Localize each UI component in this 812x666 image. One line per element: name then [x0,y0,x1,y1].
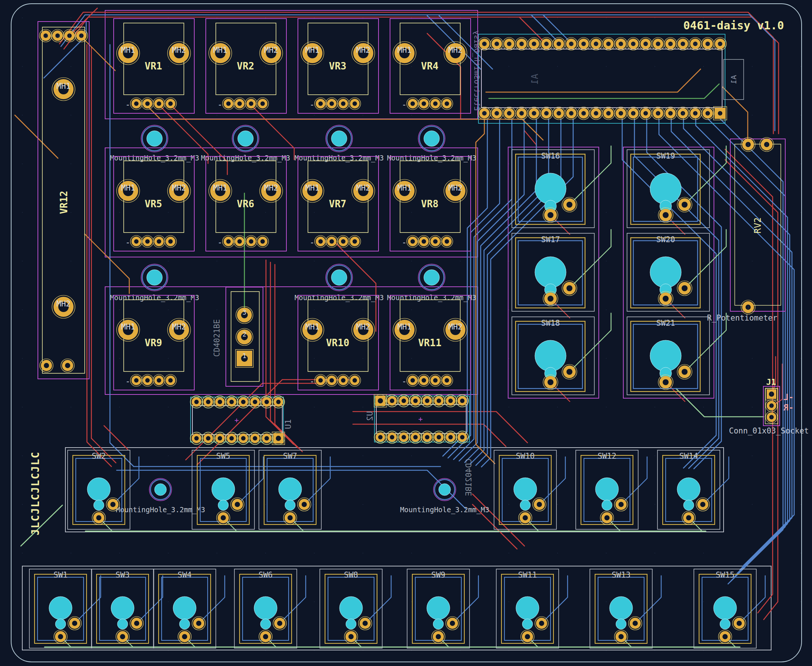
pad [418,236,430,247]
trace-blue[interactable] [635,576,661,623]
component-SW11[interactable]: SW11 [496,569,568,648]
pad-number: 4 [682,111,684,115]
trace-blue[interactable] [304,457,330,504]
component-SW18[interactable]: SW18 [512,313,611,402]
mounting-hole[interactable]: MountingHole_3.2mm_M3 [400,478,489,514]
pad [433,431,445,443]
component-SW5[interactable]: SW5 [192,450,264,531]
trace-blue[interactable] [481,119,573,467]
component-SW14[interactable]: SW14 [657,450,729,531]
component-SW1[interactable]: SW1 [30,569,100,648]
trace-blue[interactable] [634,119,719,468]
trace-blue[interactable] [365,576,391,623]
cd4021be-text: CD4021BE [212,319,221,356]
trace-blue[interactable] [113,457,139,504]
component-SW12[interactable]: SW12 [576,450,647,531]
component-A1[interactable]: 2120221923182417251626152714281329123011… [478,34,744,123]
component-SW16[interactable]: SW16 [512,146,611,234]
component-VR10[interactable]: MH1MH2VR10- [298,295,379,390]
component-VR11[interactable]: MH1MH2VR11- [390,295,471,390]
trace-green[interactable] [489,84,719,99]
trace-blue[interactable] [237,457,264,504]
component-U2[interactable]: +U2 [365,394,470,443]
component-VR8[interactable]: MH1MH2VR8- [390,157,471,251]
component-SW6[interactable]: SW6 [234,569,306,648]
mh2-label: MH2 [448,46,463,54]
component-VR2[interactable]: MH1MH2VR2- [206,18,287,113]
trace-blue[interactable] [199,576,225,623]
minus-mark: - [310,377,314,386]
component-SW21[interactable]: SW21 [627,313,726,402]
minus-mark: - [125,377,130,386]
component-SW4[interactable]: SW4 [153,569,225,648]
trace-red[interactable] [473,494,524,546]
mounting-hole[interactable]: MountingHole_3.2mm_M3 [387,264,476,302]
trace-blue[interactable] [459,119,524,461]
pad [273,396,285,408]
trace-blue[interactable] [739,576,765,623]
trace-lgreen[interactable] [570,313,611,372]
pad [142,236,153,247]
trace-blue[interactable] [280,576,306,623]
trace-red[interactable] [252,106,294,160]
component-SW15[interactable]: SW15 [694,569,765,648]
trace-lgreen[interactable] [570,146,611,204]
mounting-hole[interactable]: MountingHole_3.2mm_M3 [116,478,205,514]
trace-blue[interactable] [708,119,785,581]
trace-lgreen[interactable] [21,505,63,546]
mounting-hole[interactable]: MountingHole_3.2mm_M3 [110,264,199,302]
component-VR4[interactable]: MH1MH2VR4- [390,18,471,113]
trace-blue[interactable] [720,119,783,584]
component-VR1[interactable]: MH1MH2VR1- [114,18,194,113]
trace-red[interactable] [104,426,128,450]
mh2-label: MH2 [56,299,71,308]
trace-orange[interactable] [15,115,58,158]
trace-blue[interactable] [539,457,565,504]
trace-lgreen[interactable] [676,389,764,417]
trace-blue[interactable] [44,22,86,78]
pad-number: 8 [632,111,634,115]
trace-red[interactable] [87,45,112,467]
pad [192,617,206,630]
pad [418,98,430,110]
trace-orange[interactable] [723,87,748,143]
component-J1[interactable]: J1123-L-RConn_01x03_Socket [729,378,809,436]
component-SW3[interactable]: SW3 [91,569,163,648]
trace-blue[interactable] [470,119,548,464]
component-SW19[interactable]: SW19 [627,146,726,234]
trace-blue[interactable] [453,576,478,623]
component-VR6[interactable]: MH1MH2VR6- [206,157,287,251]
pad [614,630,628,643]
pad-square [374,394,387,407]
component-VR12[interactable]: L1L212MH1MH2VR12 [38,21,89,379]
trace-blue[interactable] [453,119,512,460]
component-SW20[interactable]: SW20 [627,229,726,318]
component-VR5[interactable]: MH1MH2VR5- [114,157,194,251]
trace-blue[interactable] [703,457,729,504]
component-VR3[interactable]: MH1MH2VR3- [298,18,379,113]
trace-lgreen[interactable] [570,229,611,288]
trace-red[interactable] [91,48,116,463]
component-SW7[interactable]: SW7 [259,450,330,531]
component-SW13[interactable]: SW13 [590,569,661,648]
component-VR7[interactable]: MH1MH2VR7- [298,157,379,251]
trace-blue[interactable] [621,457,647,504]
component-SW8[interactable]: SW8 [320,569,391,648]
pad [398,431,410,443]
component-SW9[interactable]: SW9 [407,569,478,648]
trace-orange[interactable] [486,69,700,92]
mh2-label: MH2 [356,46,371,54]
trace-blue[interactable] [542,576,568,623]
minus-mark: - [217,238,222,247]
mounting-hole[interactable]: MountingHole_3.2mm_M3 [295,264,384,302]
trace-red[interactable] [524,131,536,158]
trace-lgreen[interactable] [685,229,726,288]
component-SW2[interactable]: SW2 [68,450,139,531]
pad [337,98,349,110]
component-SW17[interactable]: SW17 [512,229,611,318]
trace-red[interactable] [171,106,227,175]
pad [165,236,176,247]
component-VR9[interactable]: MH1MH2VR9- [114,295,194,390]
component-SW10[interactable]: SW10 [494,450,565,531]
pad [682,511,695,524]
